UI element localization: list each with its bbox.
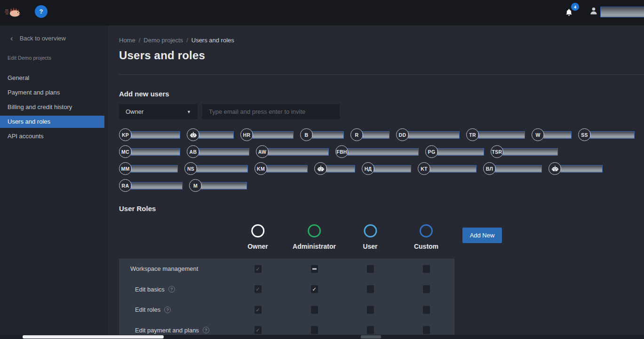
redacted-member-name xyxy=(429,165,477,173)
member-row: MMNSKMНДKTВЛ xyxy=(119,162,644,175)
member-chip[interactable]: B xyxy=(300,128,344,141)
invite-role-select[interactable]: Owner ▼ xyxy=(119,104,198,119)
horizontal-scrollbar-track[interactable] xyxy=(0,335,644,339)
checkbox-custom-edit-basics[interactable] xyxy=(423,285,430,293)
role-column-custom: Custom xyxy=(414,224,438,250)
member-avatar: ВЛ xyxy=(483,162,496,175)
checkbox-custom-workspace-management[interactable] xyxy=(423,265,430,273)
member-chip[interactable]: W xyxy=(532,128,572,141)
member-avatar: R xyxy=(350,128,363,141)
chevron-down-icon: ▼ xyxy=(187,110,191,114)
bot-member-chip[interactable] xyxy=(187,128,234,141)
help-icon[interactable]: ? xyxy=(168,286,175,292)
breadcrumb-separator: / xyxy=(139,37,141,44)
checkbox-administrator-edit-payment-and-plans[interactable] xyxy=(311,326,318,334)
checkbox-user-edit-payment-and-plans[interactable] xyxy=(367,326,374,334)
help-icon[interactable]: ? xyxy=(164,307,171,313)
checkbox-owner-edit-roles[interactable]: ✓ xyxy=(254,306,262,314)
checkbox-user-workspace-management[interactable] xyxy=(367,265,374,273)
person-icon xyxy=(589,6,598,18)
chevron-left-icon: ‹ xyxy=(10,35,13,41)
checkbox-owner-edit-basics[interactable]: ✓ xyxy=(254,285,262,293)
members-list: KPHRBRDDTRWSSMCABAWFBHPGTSRMMNSKMНДKTВЛR… xyxy=(119,128,644,196)
role-circle-owner[interactable] xyxy=(251,224,264,237)
member-chip[interactable]: PG xyxy=(425,145,484,158)
member-avatar: PG xyxy=(425,145,438,158)
role-circle-administrator[interactable] xyxy=(308,224,321,237)
checkbox-administrator-edit-basics[interactable]: ✓ xyxy=(311,285,318,293)
member-chip[interactable]: KP xyxy=(119,128,180,141)
title-divider xyxy=(119,74,644,75)
checkbox-user-edit-roles[interactable] xyxy=(367,306,374,314)
member-chip[interactable]: AB xyxy=(187,145,249,158)
member-row: MCABAWFBHPGTSR xyxy=(119,145,644,158)
checkbox-custom-edit-payment-and-plans[interactable] xyxy=(423,326,430,334)
horizontal-scrollbar-thumb[interactable] xyxy=(23,335,164,339)
member-chip[interactable]: NS xyxy=(184,162,248,175)
role-column-user: User xyxy=(363,224,377,250)
member-chip[interactable]: DD xyxy=(396,128,460,141)
member-avatar: SS xyxy=(578,128,591,141)
robot-avatar-icon xyxy=(314,162,327,175)
permission-label: Edit roles xyxy=(119,306,160,313)
permission-label: Edit basics xyxy=(119,286,165,293)
redacted-member-name xyxy=(199,131,234,139)
checkbox-administrator-edit-roles[interactable] xyxy=(311,306,318,314)
back-to-overview-link[interactable]: ‹ Back to overview xyxy=(0,25,108,42)
add-new-role-button[interactable]: Add New xyxy=(462,228,502,243)
member-avatar: AB xyxy=(187,145,199,158)
member-chip[interactable]: ВЛ xyxy=(483,162,542,175)
topbar: ? 4 xyxy=(0,0,644,25)
member-chip[interactable]: TSR xyxy=(491,145,558,158)
member-chip[interactable]: HR xyxy=(240,128,294,141)
checkbox-owner-workspace-management[interactable]: ✓ xyxy=(254,265,262,273)
breadcrumb-item-home[interactable]: Home xyxy=(119,37,135,44)
role-circle-user[interactable] xyxy=(364,224,377,237)
member-chip[interactable]: MC xyxy=(119,145,180,158)
role-circle-custom[interactable] xyxy=(420,224,433,237)
member-chip[interactable]: M xyxy=(189,179,247,192)
notifications-button[interactable]: 4 xyxy=(564,5,581,21)
member-chip[interactable]: KM xyxy=(254,162,308,175)
member-chip[interactable]: SS xyxy=(578,128,635,141)
bot-member-chip[interactable] xyxy=(549,162,603,175)
user-name-redacted xyxy=(600,7,644,17)
sidebar-item-payment-and-plans[interactable]: Payment and plans xyxy=(0,87,104,99)
member-avatar: KM xyxy=(254,162,267,175)
role-column-owner: Owner xyxy=(247,224,268,250)
sidebar-item-general[interactable]: General xyxy=(0,72,104,84)
permissions-table: Workspace management✓Edit basics?✓✓Edit … xyxy=(119,259,454,339)
member-chip[interactable]: R xyxy=(350,128,390,141)
checkbox-user-edit-basics[interactable] xyxy=(367,285,374,293)
member-chip[interactable]: AW xyxy=(256,145,329,158)
member-avatar: RA xyxy=(119,179,132,192)
checkbox-custom-edit-roles[interactable] xyxy=(423,306,430,314)
member-chip[interactable]: RA xyxy=(119,179,183,192)
sidebar-item-users-and-roles[interactable]: Users and roles xyxy=(0,116,104,128)
user-menu[interactable] xyxy=(589,6,644,18)
member-chip[interactable]: НД xyxy=(362,162,411,175)
checkbox-administrator-workspace-management[interactable] xyxy=(311,265,318,273)
redacted-member-name xyxy=(590,131,635,139)
breadcrumb-item-demo-projects[interactable]: Demo projects xyxy=(143,37,183,44)
role-label-owner: Owner xyxy=(247,243,268,250)
secondary-scrollbar-thumb[interactable] xyxy=(361,335,381,339)
redacted-member-name xyxy=(478,131,525,139)
redacted-member-name xyxy=(196,165,248,173)
member-chip[interactable]: TR xyxy=(466,128,525,141)
invite-email-input[interactable] xyxy=(202,104,340,119)
help-icon[interactable]: ? xyxy=(203,327,209,333)
permission-row-edit-basics: Edit basics?✓✓ xyxy=(119,279,454,300)
member-chip[interactable]: KT xyxy=(418,162,477,175)
checkbox-owner-edit-payment-and-plans[interactable]: ✓ xyxy=(254,326,262,334)
redacted-member-name xyxy=(201,182,247,189)
redacted-member-name xyxy=(131,131,180,139)
hedgehog-logo-icon[interactable] xyxy=(5,5,22,20)
member-chip[interactable]: MM xyxy=(119,162,178,175)
redacted-member-name xyxy=(131,165,178,173)
sidebar-item-billing-and-credit-history[interactable]: Billing and credit history xyxy=(0,101,104,113)
sidebar-item-api-accounts[interactable]: API accounts xyxy=(0,130,104,142)
bot-member-chip[interactable] xyxy=(314,162,355,175)
help-button[interactable]: ? xyxy=(35,5,48,18)
member-chip[interactable]: FBH xyxy=(335,145,419,158)
